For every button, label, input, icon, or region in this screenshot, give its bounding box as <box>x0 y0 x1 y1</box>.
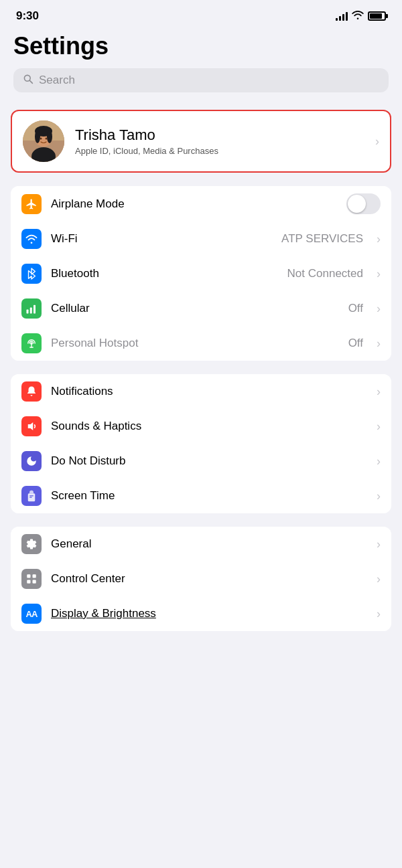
sounds-icon <box>21 416 42 436</box>
hotspot-label: Personal Hotspot <box>51 337 339 350</box>
sounds-row[interactable]: Sounds & Haptics › <box>11 409 391 444</box>
svg-rect-24 <box>33 580 36 584</box>
profile-name: Trisha Tamo <box>75 126 364 144</box>
controlcenter-label: Control Center <box>51 572 367 586</box>
sounds-label: Sounds & Haptics <box>51 420 367 433</box>
svg-point-7 <box>35 130 40 143</box>
cellular-row[interactable]: Cellular Off › <box>11 291 391 326</box>
wifi-label: Wi-Fi <box>51 232 272 246</box>
profile-card[interactable]: Trisha Tamo Apple ID, iCloud, Media & Pu… <box>11 110 391 173</box>
screentime-row[interactable]: Screen Time › <box>11 479 391 513</box>
airplane-mode-icon <box>21 194 42 214</box>
wifi-icon <box>21 229 42 249</box>
profile-subtitle: Apple ID, iCloud, Media & Purchases <box>75 146 364 156</box>
hotspot-row[interactable]: Personal Hotspot Off › <box>11 326 391 361</box>
hotspot-chevron: › <box>377 337 381 351</box>
screentime-label: Screen Time <box>51 489 367 503</box>
connectivity-section: Airplane Mode Wi-Fi ATP SERVICES › Bluet… <box>11 186 391 361</box>
notifications-label: Notifications <box>51 385 367 398</box>
cellular-chevron: › <box>377 302 381 316</box>
bluetooth-chevron: › <box>377 267 381 281</box>
cellular-label: Cellular <box>51 302 339 315</box>
wifi-row[interactable]: Wi-Fi ATP SERVICES › <box>11 222 391 256</box>
donotdisturb-chevron: › <box>377 454 381 468</box>
svg-marker-17 <box>28 422 34 430</box>
display-row[interactable]: AA Display & Brightness › <box>11 596 391 631</box>
svg-rect-13 <box>34 305 36 314</box>
sounds-chevron: › <box>377 420 381 434</box>
general-row[interactable]: General › <box>11 527 391 561</box>
controlcenter-row[interactable]: Control Center › <box>11 561 391 596</box>
general-label: General <box>51 537 367 551</box>
bluetooth-icon <box>21 264 42 284</box>
wifi-value: ATP SERVICES <box>281 232 363 246</box>
svg-line-1 <box>29 80 32 83</box>
airplane-mode-row[interactable]: Airplane Mode <box>11 186 391 222</box>
notifications-icon <box>21 381 42 402</box>
donotdisturb-icon <box>21 451 42 471</box>
avatar <box>23 120 64 162</box>
screentime-chevron: › <box>377 489 381 503</box>
notifications-row[interactable]: Notifications › <box>11 374 391 409</box>
notifications-chevron: › <box>377 385 381 399</box>
notifications-section: Notifications › Sounds & Haptics › Do No… <box>11 374 391 513</box>
cellular-icon <box>21 298 42 319</box>
display-label: Display & Brightness <box>51 607 367 620</box>
bluetooth-row[interactable]: Bluetooth Not Connected › <box>11 256 391 291</box>
airplane-mode-toggle[interactable] <box>346 193 381 214</box>
screentime-icon <box>21 486 42 506</box>
svg-rect-20 <box>29 497 32 498</box>
general-chevron: › <box>377 537 381 551</box>
cellular-value: Off <box>348 302 363 315</box>
status-bar: 9:30 <box>0 0 402 27</box>
profile-chevron: › <box>375 135 379 149</box>
search-icon <box>23 74 34 87</box>
wifi-status-icon <box>352 10 364 22</box>
svg-point-9 <box>40 138 42 140</box>
svg-point-8 <box>47 130 52 143</box>
header: Settings Search <box>0 27 402 99</box>
battery-icon <box>368 11 386 21</box>
system-section: General › Control Center › AA Display & … <box>11 527 391 631</box>
page-title: Settings <box>13 32 389 60</box>
donotdisturb-row[interactable]: Do Not Disturb › <box>11 444 391 479</box>
svg-rect-11 <box>27 310 29 314</box>
controlcenter-chevron: › <box>377 572 381 586</box>
profile-row[interactable]: Trisha Tamo Apple ID, iCloud, Media & Pu… <box>12 111 390 171</box>
wifi-chevron: › <box>377 232 381 246</box>
svg-rect-21 <box>27 574 30 578</box>
signal-icon <box>336 11 348 21</box>
hotspot-icon <box>21 333 42 353</box>
controlcenter-icon <box>21 569 42 589</box>
profile-info: Trisha Tamo Apple ID, iCloud, Media & Pu… <box>75 126 364 156</box>
hotspot-value: Off <box>348 337 363 350</box>
display-icon: AA <box>21 604 42 624</box>
svg-rect-23 <box>27 580 30 584</box>
status-time: 9:30 <box>16 9 39 23</box>
search-placeholder: Search <box>39 74 75 87</box>
svg-rect-19 <box>29 495 34 496</box>
airplane-mode-label: Airplane Mode <box>51 197 337 211</box>
svg-point-10 <box>46 138 48 140</box>
svg-rect-12 <box>30 308 32 314</box>
bluetooth-value: Not Connected <box>287 267 363 280</box>
donotdisturb-label: Do Not Disturb <box>51 454 367 468</box>
search-bar[interactable]: Search <box>13 68 389 92</box>
bluetooth-label: Bluetooth <box>51 267 278 280</box>
display-chevron: › <box>377 607 381 621</box>
status-icons <box>336 10 386 22</box>
svg-rect-22 <box>33 574 36 578</box>
general-icon <box>21 534 42 554</box>
